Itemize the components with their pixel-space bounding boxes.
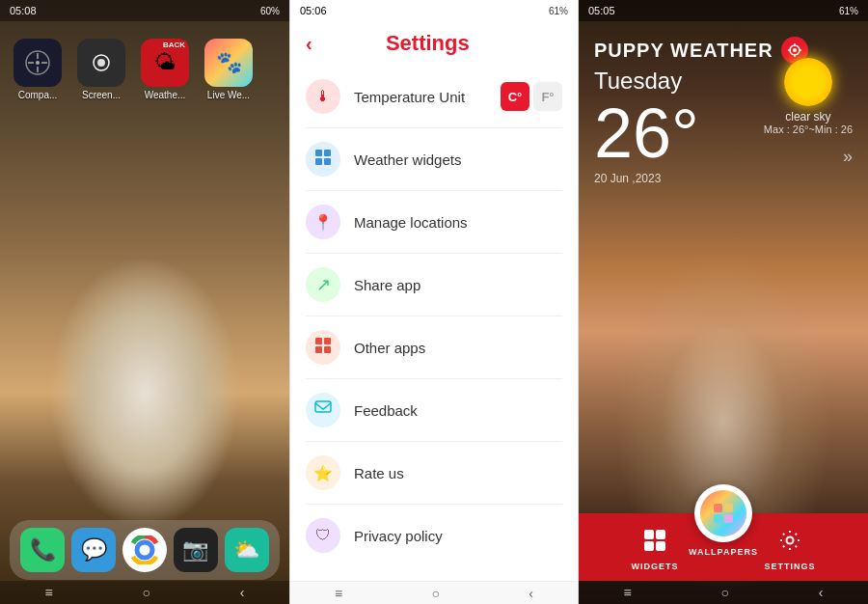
rate-icon-circle: ⭐ — [306, 455, 340, 490]
settings-item-other-apps[interactable]: Other apps — [306, 316, 562, 379]
phone2-settings-screen: 05:06 61% ‹ Settings 🌡 Temperature Unit … — [289, 0, 579, 604]
live-wallpaper-icon: 🐾 — [204, 39, 253, 87]
screenshot-label: Screen... — [73, 90, 129, 100]
dock-camera[interactable]: 📷 — [174, 528, 218, 572]
settings-item-temperature[interactable]: 🌡 Temperature Unit C° F° — [306, 66, 562, 128]
weather-label: Weathe... — [137, 90, 193, 100]
widgets-icon — [314, 149, 332, 170]
wallpapers-label: WALLPAPERS — [689, 547, 758, 557]
locations-icon-circle: 📍 — [306, 205, 340, 239]
svg-point-1 — [36, 61, 40, 65]
app-name-text: PUPPY WEATHER — [594, 40, 773, 62]
sky-condition: clear sky — [785, 110, 830, 124]
fahrenheit-button[interactable]: F° — [533, 82, 562, 111]
settings-item-locations[interactable]: 📍 Manage locations — [306, 191, 562, 254]
share-icon: ↗ — [316, 274, 331, 295]
phone2-status-icons: 61% — [549, 6, 568, 16]
settings-button[interactable]: SETTINGS — [764, 523, 815, 571]
phone1-status-bar: 05:08 60% — [0, 0, 289, 21]
phone1-battery: 60% — [260, 6, 280, 16]
shield-icon: 🛡 — [315, 527, 331, 544]
temp-toggle[interactable]: C° F° — [501, 82, 562, 111]
settings-title: Settings — [312, 31, 543, 56]
svg-rect-31 — [644, 530, 654, 539]
temperature-icon-circle: 🌡 — [306, 79, 340, 114]
sun-icon — [784, 58, 832, 106]
nav-menu[interactable]: ≡ — [44, 585, 52, 600]
weather-content: PUPPY WEATHER Tuesday 26° 20 Jun ,2023 c… — [579, 21, 868, 201]
location-pin-icon: 📍 — [313, 213, 333, 232]
nav-back[interactable]: ‹ — [240, 585, 245, 600]
weather-icon: 🌤 BACK — [141, 39, 189, 87]
temperature-icon: 🌡 — [315, 88, 331, 105]
feedback-icon-circle — [306, 393, 340, 427]
weather-right-panel: clear sky Max : 26°~Min : 26 — [764, 58, 853, 135]
phone2-status-bar: 05:06 61% — [290, 0, 578, 21]
phone2-battery: 61% — [549, 6, 568, 16]
svg-rect-29 — [714, 514, 722, 523]
phone2-nav-menu[interactable]: ≡ — [335, 586, 342, 601]
privacy-icon-circle: 🛡 — [306, 518, 340, 553]
svg-rect-12 — [324, 150, 331, 156]
locations-label: Manage locations — [354, 214, 562, 231]
dock-messages[interactable]: 💬 — [71, 528, 116, 572]
phone1-time: 05:08 — [10, 5, 37, 16]
screenshot-icon — [77, 39, 125, 87]
phone3-nav-home[interactable]: ○ — [721, 585, 729, 600]
settings-list: 🌡 Temperature Unit C° F° Weather widgets… — [290, 66, 578, 566]
dock-phone[interactable]: 📞 — [20, 528, 65, 572]
svg-rect-13 — [315, 158, 322, 165]
widgets-icon-circle — [306, 142, 340, 177]
dock-weather2[interactable]: ⛅ — [225, 528, 269, 572]
feedback-label: Feedback — [354, 402, 562, 419]
phone1-home-screen: 05:08 60% Compa... Screen... 🌤 BACK Weat… — [0, 0, 289, 604]
settings-item-widgets[interactable]: Weather widgets — [306, 128, 562, 191]
svg-point-35 — [786, 537, 793, 544]
celsius-button[interactable]: C° — [501, 82, 529, 111]
wallpapers-circle-button[interactable] — [694, 484, 752, 542]
phone3-nav-menu[interactable]: ≡ — [623, 585, 631, 600]
phone3-status-icons: 61% — [839, 6, 858, 16]
app-weather[interactable]: 🌤 BACK Weathe... — [137, 39, 193, 100]
phone2-nav-home[interactable]: ○ — [432, 586, 440, 601]
svg-rect-30 — [724, 514, 733, 523]
svg-rect-14 — [324, 158, 331, 165]
settings-bottom-label: SETTINGS — [764, 562, 815, 571]
phone3-nav-back[interactable]: ‹ — [819, 585, 824, 600]
nav-home[interactable]: ○ — [143, 585, 150, 600]
phone3-time: 05:05 — [588, 5, 615, 16]
settings-item-rate[interactable]: ⭐ Rate us — [306, 442, 562, 505]
chevron-right-icon[interactable]: » — [843, 147, 853, 167]
phone3-nav-bar: ≡ ○ ‹ — [579, 581, 868, 604]
phone2-time: 05:06 — [300, 5, 327, 16]
svg-rect-16 — [324, 338, 331, 344]
bottom-action-bar: WALLPAPERS WIDGETS SETTINGS — [579, 513, 868, 581]
app-live-wallpaper[interactable]: 🐾 Live We... — [201, 39, 257, 100]
app-screenshot[interactable]: Screen... — [73, 39, 129, 100]
settings-item-share[interactable]: ↗ Share app — [306, 254, 562, 316]
app-compass[interactable]: Compa... — [10, 39, 66, 100]
phone1-status-icons: 60% — [260, 6, 280, 16]
svg-rect-15 — [315, 338, 322, 344]
phone2-nav-back[interactable]: ‹ — [529, 586, 533, 601]
phone1-dock: 📞 💬 📷 ⛅ — [10, 520, 280, 580]
phone2-nav-bar: ≡ ○ ‹ — [290, 581, 578, 604]
back-button[interactable]: ‹ — [306, 33, 312, 55]
settings-item-privacy[interactable]: 🛡 Privacy policy — [306, 505, 562, 566]
phone1-nav-bar: ≡ ○ ‹ — [0, 581, 289, 604]
widgets-button[interactable]: WIDGETS — [631, 523, 678, 571]
phone3-battery: 61% — [839, 6, 858, 16]
widgets-bottom-label: WIDGETS — [631, 562, 678, 571]
settings-item-feedback[interactable]: Feedback — [306, 379, 562, 442]
svg-point-7 — [97, 59, 105, 67]
svg-point-10 — [140, 545, 149, 555]
phone1-app-grid: Compa... Screen... 🌤 BACK Weathe... 🐾 Li… — [0, 29, 289, 110]
other-apps-icon — [314, 337, 332, 358]
compass-label: Compa... — [10, 90, 66, 100]
dock-chrome[interactable] — [122, 528, 167, 572]
settings-header: ‹ Settings — [290, 21, 578, 66]
max-min-temp: Max : 26°~Min : 26 — [764, 124, 853, 135]
compass-icon — [14, 39, 62, 87]
settings-bottom-icon — [773, 523, 807, 558]
svg-rect-17 — [315, 346, 322, 353]
